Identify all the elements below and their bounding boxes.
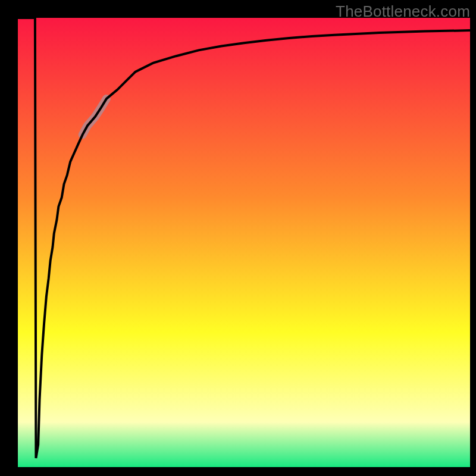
gradient-background xyxy=(18,18,470,467)
chart-frame: TheBottleneck.com xyxy=(0,0,476,476)
plot-svg xyxy=(18,18,470,467)
plot-area xyxy=(18,18,470,467)
